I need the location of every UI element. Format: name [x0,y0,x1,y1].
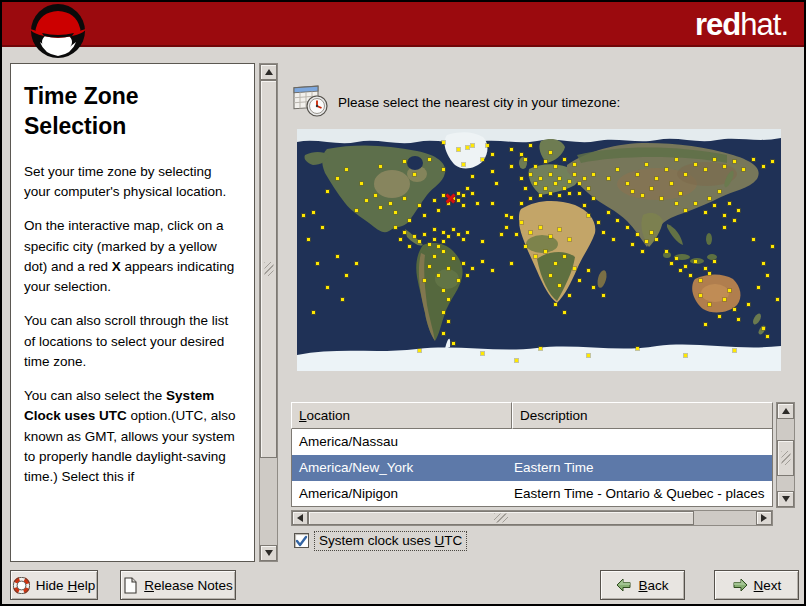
city-dot[interactable] [549,235,552,238]
city-dot[interactable] [374,194,377,197]
release-notes-button[interactable]: Release Notes [120,570,236,600]
city-dot[interactable] [423,214,426,217]
city-dot[interactable] [573,173,576,176]
city-dot[interactable] [355,209,358,212]
city-dot[interactable] [544,160,547,163]
city-dot[interactable] [413,173,416,176]
city-dot[interactable] [312,311,315,314]
city-dot[interactable] [529,144,532,147]
city-dot[interactable] [587,187,590,190]
city-dot[interactable] [708,303,711,306]
city-dot[interactable] [554,182,557,185]
city-dot[interactable] [534,165,537,168]
city-dot[interactable] [704,168,707,171]
system-clock-utc-checkbox[interactable] [294,533,309,548]
city-dot[interactable] [466,146,469,149]
city-dot[interactable] [549,274,552,277]
city-dot[interactable] [733,219,736,222]
city-dot[interactable] [379,165,382,168]
city-dot[interactable] [457,279,460,282]
city-dot[interactable] [447,298,450,301]
city-dot[interactable] [733,308,736,311]
city-dot[interactable] [679,269,682,272]
city-dot[interactable] [592,286,595,289]
scrollbar-thumb[interactable] [308,511,694,525]
city-dot[interactable] [447,267,450,270]
city-dot[interactable] [360,182,363,185]
city-dot[interactable] [641,194,644,197]
city-dot[interactable] [670,262,673,265]
city-dot[interactable] [587,269,590,272]
city-dot[interactable] [408,219,411,222]
city-dot[interactable] [326,286,329,289]
city-dot[interactable] [578,192,581,195]
city-dot[interactable] [442,250,445,253]
city-dot[interactable] [558,177,561,180]
city-dot[interactable] [704,267,707,270]
city-dot[interactable] [355,262,358,265]
scroll-down-button[interactable] [260,545,277,561]
city-dot[interactable] [757,286,760,289]
city-dot[interactable] [631,243,634,246]
city-dot[interactable] [699,279,702,282]
city-dot[interactable] [568,180,571,183]
city-dot[interactable] [307,238,310,241]
city-dot[interactable] [563,311,566,314]
city-dot[interactable] [437,209,440,212]
city-dot[interactable] [684,173,687,176]
city-dot[interactable] [428,243,431,246]
city-dot[interactable] [597,221,600,224]
city-dot[interactable] [616,168,619,171]
city-dot[interactable] [723,226,726,229]
city-dot[interactable] [442,141,445,144]
city-dot[interactable] [626,226,629,229]
city-dot[interactable] [433,228,436,231]
city-dot[interactable] [752,238,755,241]
city-dot[interactable] [713,204,716,207]
table-vertical-scrollbar[interactable] [776,402,795,508]
city-dot[interactable] [510,148,513,151]
city-dot[interactable] [481,240,484,243]
city-dot[interactable] [457,192,460,195]
city-dot[interactable] [776,298,779,301]
city-dot[interactable] [433,255,436,258]
city-dot[interactable] [704,211,707,214]
city-dot[interactable] [612,238,615,241]
city-dot[interactable] [515,233,518,236]
city-dot[interactable] [442,311,445,314]
city-dot[interactable] [321,226,324,229]
city-dot[interactable] [486,144,489,147]
city-dot[interactable] [326,190,329,193]
city-dot[interactable] [510,216,513,219]
scroll-right-button[interactable] [756,511,772,525]
city-dot[interactable] [433,199,436,202]
city-dot[interactable] [694,202,697,205]
city-dot[interactable] [675,202,678,205]
city-dot[interactable] [442,231,445,234]
city-dot[interactable] [534,182,537,185]
city-dot[interactable] [563,255,566,258]
city-dot[interactable] [515,359,518,362]
city-dot[interactable] [462,204,465,207]
city-dot[interactable] [408,245,411,248]
city-dot[interactable] [495,182,498,185]
help-scrollbar[interactable] [259,63,278,562]
city-dot[interactable] [573,267,576,270]
city-dot[interactable] [403,197,406,200]
table-row-selected[interactable]: America/New_York Eastern Time [292,455,772,481]
city-dot[interactable] [771,245,774,248]
city-dot[interactable] [442,332,445,335]
city-dot[interactable] [534,255,537,258]
city-dot[interactable] [466,187,469,190]
city-dot[interactable] [462,262,465,265]
city-dot[interactable] [418,240,421,243]
city-dot[interactable] [462,163,465,166]
city-dot[interactable] [587,354,590,357]
city-dot[interactable] [452,228,455,231]
city-dot[interactable] [481,352,484,355]
city-dot[interactable] [679,192,682,195]
city-dot[interactable] [491,170,494,173]
city-dot[interactable] [655,238,658,241]
city-dot[interactable] [694,260,697,263]
city-dot[interactable] [665,168,668,171]
